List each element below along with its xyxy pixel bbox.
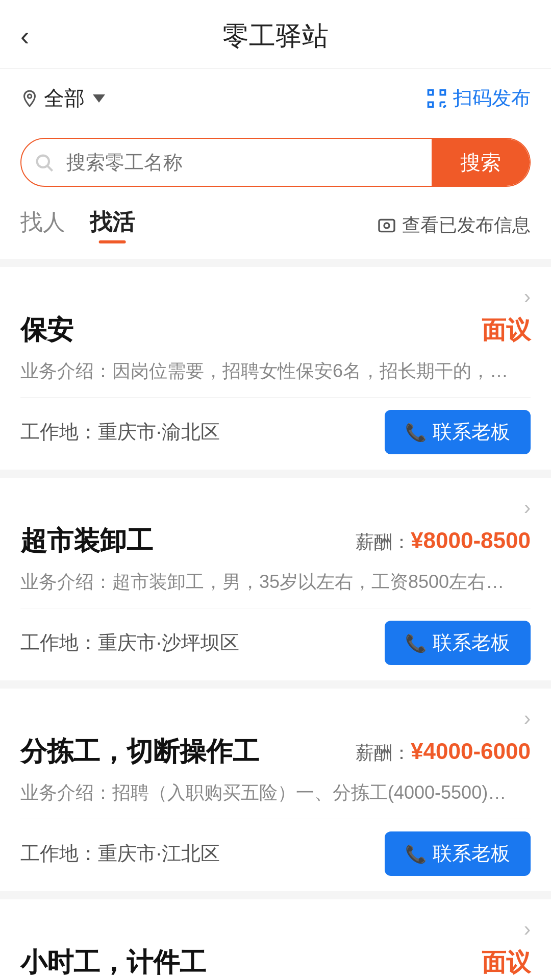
divider [20,608,531,608]
contact-boss-button[interactable]: 📞 联系老板 [385,831,531,876]
job-title: 小时工，计件工 [20,945,206,980]
search-icon-wrap [21,152,66,173]
search-button[interactable]: 搜索 [432,139,530,186]
job-list: › 保安 面议 业务介绍：因岗位需要，招聘女性保安6名，招长期干的，… 工作地：… [0,267,551,980]
scan-icon [425,87,448,110]
job-salary: 薪酬：¥4000-6000 [356,739,531,766]
location-text: 全部 [44,84,85,112]
chevron-right-icon: › [524,707,531,730]
job-card[interactable]: › 分拣工，切断操作工 薪酬：¥4000-6000 业务介绍：招聘（入职购买五险… [0,689,551,891]
scan-publish-label: 扫码发布 [453,85,531,111]
job-title: 分拣工，切断操作工 [20,734,259,770]
salary-label: 薪酬： [356,742,411,763]
view-published-label: 查看已发布信息 [402,213,531,238]
svg-line-9 [48,166,53,171]
tabs-area: 找人 找活 查看已发布信息 [0,207,551,259]
chevron-right-icon: › [524,496,531,519]
tab-find-people[interactable]: 找人 [20,207,65,243]
chevron-right-icon: › [524,285,531,308]
svg-rect-1 [429,90,433,94]
phone-icon: 📞 [405,422,427,443]
job-card[interactable]: › 小时工，计件工 面议 业务介绍：包饺子阿姨 外展妹妹 各2名 [0,899,551,980]
svg-rect-10 [379,219,394,231]
job-description: 业务介绍：超市装卸工，男，35岁以左右，工资8500左右… [20,568,531,596]
contact-label: 联系老板 [433,419,510,445]
contact-label: 联系老板 [433,841,510,867]
back-button[interactable]: ‹ [20,23,29,50]
svg-rect-3 [429,102,433,107]
job-description: 业务介绍：因岗位需要，招聘女性保安6名，招长期干的，… [20,357,531,385]
job-title: 超市装卸工 [20,523,153,559]
page-title: 零工驿站 [222,18,329,54]
location-pin-icon [20,89,39,108]
job-location: 工作地：重庆市·江北区 [20,841,220,867]
contact-boss-button[interactable]: 📞 联系老板 [385,410,531,454]
salary-value: ¥8000-8500 [411,528,531,553]
search-input[interactable] [66,152,432,174]
job-description: 业务介绍：招聘（入职购买五险）一、分拣工(4000-5500)… [20,779,531,806]
job-salary: 面议 [482,314,531,347]
salary-label: 薪酬： [356,531,411,552]
job-card[interactable]: › 保安 面议 业务介绍：因岗位需要，招聘女性保安6名，招长期干的，… 工作地：… [0,267,551,470]
svg-point-0 [28,94,32,98]
tab-find-jobs[interactable]: 找活 [90,207,135,243]
location-selector[interactable]: 全部 [20,84,105,112]
phone-icon: 📞 [405,633,427,653]
phone-icon: 📞 [405,844,427,864]
job-location: 工作地：重庆市·沙坪坝区 [20,630,239,656]
search-box: 搜索 [20,138,531,187]
scan-publish-button[interactable]: 扫码发布 [425,85,531,111]
divider [20,397,531,398]
svg-point-8 [37,156,49,167]
salary-value: ¥4000-6000 [411,739,531,764]
tabs-left: 找人 找活 [20,207,135,243]
job-title: 保安 [20,312,73,348]
svg-rect-2 [440,90,445,94]
header: ‹ 零工驿站 [0,0,551,69]
job-salary: 薪酬：¥8000-8500 [356,528,531,555]
dropdown-arrow-icon [93,94,105,103]
chevron-right-icon: › [524,918,531,941]
job-salary: 面议 [482,946,531,979]
location-bar: 全部 扫码发布 [0,69,551,128]
divider [20,819,531,819]
svg-point-11 [384,223,389,228]
contact-label: 联系老板 [433,630,510,656]
eye-icon [377,215,397,236]
view-published-button[interactable]: 查看已发布信息 [377,213,531,238]
search-area: 搜索 [0,128,551,207]
job-location: 工作地：重庆市·渝北区 [20,419,220,445]
contact-boss-button[interactable]: 📞 联系老板 [385,621,531,665]
job-card[interactable]: › 超市装卸工 薪酬：¥8000-8500 业务介绍：超市装卸工，男，35岁以左… [0,478,551,680]
search-icon [34,152,54,173]
